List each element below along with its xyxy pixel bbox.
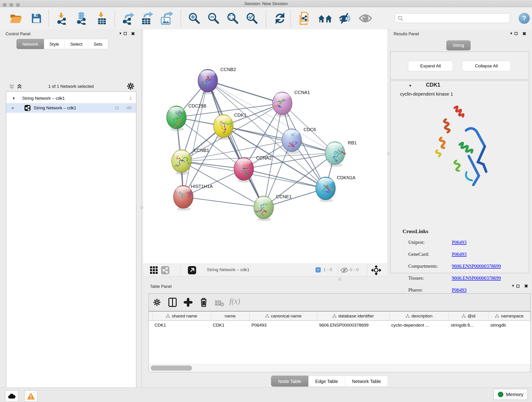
show-columns-icon[interactable] (168, 298, 177, 307)
zoom-selected-icon[interactable] (246, 12, 259, 26)
protein-collapse-triangle-icon[interactable]: ▼ (409, 84, 412, 88)
first-neighbors-icon[interactable] (318, 14, 332, 24)
export-image-icon[interactable] (159, 12, 174, 26)
column-header-namespace[interactable]: namespace (488, 312, 530, 320)
network-edge-CCNB2-CCNE1[interactable] (208, 81, 264, 207)
memory-button[interactable]: Memory (493, 389, 528, 400)
network-node-CCNE1[interactable] (254, 196, 273, 221)
collection-expand-triangle-icon[interactable]: ▼ (12, 94, 15, 103)
network-edge-HIST1H1A-CCNE1[interactable] (183, 197, 264, 207)
import-table-from-file-icon[interactable] (96, 12, 108, 26)
column-header-database-identifier[interactable]: database identifier (317, 312, 389, 320)
results-panel-float-icon[interactable] (515, 32, 518, 35)
network-node-RB1[interactable] (325, 142, 346, 167)
column-header-description[interactable]: description (389, 312, 449, 320)
open-session-icon[interactable] (10, 13, 22, 25)
table-scrollbar-thumb[interactable] (151, 366, 192, 370)
crosslink-genecard-link[interactable]: P06493 (452, 251, 467, 257)
crosslink-compartments-link[interactable]: 9606.ENSP00000378699 (452, 263, 501, 269)
results-panel-menu-icon[interactable]: ▼ (510, 32, 513, 35)
warning-status-button[interactable] (24, 390, 38, 402)
table-cell[interactable]: CDK1 (211, 321, 250, 330)
show-all-icon[interactable] (359, 13, 372, 24)
apply-preferred-layout-icon[interactable] (274, 12, 286, 25)
table-panel-menu-icon[interactable]: ▼ (511, 284, 515, 288)
table-options-gear-icon[interactable] (153, 298, 161, 306)
network-node-CCNA2[interactable] (234, 157, 254, 183)
control-panel-float-icon[interactable] (124, 32, 127, 35)
duplicate-network-icon[interactable] (298, 12, 311, 26)
bottom-splitter-handle[interactable] (338, 278, 341, 281)
export-table-icon[interactable] (140, 12, 154, 26)
table-panel-close-icon[interactable]: ✖ (524, 283, 528, 289)
expand-all-networks-icon[interactable] (17, 84, 22, 89)
control-panel-close-icon[interactable]: ✖ (131, 31, 135, 36)
table-cell[interactable]: P06493 (249, 321, 317, 330)
crosslink-uniprot-link[interactable]: P06493 (452, 240, 467, 245)
network-collection-row[interactable]: ▼ String Network – cdk1 1 (6, 94, 136, 103)
network-node-CCNB2[interactable] (198, 69, 218, 95)
network-canvas[interactable]: CCNB2CCNA1CDC25BCDK1CDC6RB1CCNB1CCNA2CDK… (143, 29, 387, 264)
crosslink-tissues-link[interactable]: 9606.ENSP00000378699 (452, 275, 501, 281)
tab-string[interactable]: String (446, 40, 471, 51)
create-column-icon[interactable] (184, 298, 193, 307)
expand-all-button[interactable]: Expand All (408, 61, 453, 71)
tab-edge-table[interactable]: Edge Table (308, 376, 345, 387)
table-cell[interactable]: CDK1 (152, 321, 211, 330)
collection-network-count: 1 (129, 94, 132, 103)
zoom-in-icon[interactable] (188, 12, 201, 26)
help-icon[interactable]: ? (519, 13, 530, 24)
tab-network[interactable]: Network (17, 39, 44, 49)
left-splitter-handle[interactable] (140, 206, 143, 209)
import-network-from-database-icon[interactable] (75, 12, 89, 26)
network-node-CCNA1[interactable] (272, 92, 292, 117)
function-builder-icon[interactable]: f(x) (229, 297, 240, 306)
tab-style[interactable]: Style (44, 39, 65, 49)
table-cell[interactable]: stringdb (488, 321, 530, 330)
delete-table-icon[interactable] (215, 300, 224, 306)
zoom-fit-content-icon[interactable] (226, 12, 239, 26)
collapse-all-networks-icon[interactable] (9, 84, 15, 89)
results-panel-close-icon[interactable]: ✖ (522, 31, 526, 36)
collapse-all-button[interactable]: Collapse All (462, 61, 511, 71)
control-panel-menu-icon[interactable]: ▼ (119, 32, 122, 35)
network-node-CCNB1[interactable] (172, 150, 191, 175)
grid-view-icon[interactable] (150, 266, 158, 274)
hide-selected-icon[interactable] (339, 12, 352, 25)
export-network-icon[interactable] (121, 12, 135, 26)
zoom-out-icon[interactable] (207, 12, 220, 26)
table-horizontal-scrollbar[interactable] (149, 364, 530, 372)
table-row[interactable]: CDK1CDK1P064939606.ENSP00000378699cyclin… (149, 321, 530, 330)
selected-count-checkbox-icon[interactable]: ✓ (316, 267, 321, 273)
column-header-shared-name[interactable]: shared name (152, 312, 211, 320)
network-node-CDKN1A[interactable] (316, 177, 336, 202)
tab-network-table[interactable]: Network Table (345, 376, 388, 387)
network-edge-CDK1-RB1[interactable] (223, 126, 335, 153)
column-header-canonical-name[interactable]: canonical name (249, 312, 317, 320)
tab-select[interactable]: Select (65, 39, 88, 49)
crosslink-pharos-link[interactable]: P06493 (452, 287, 467, 293)
cloud-status-button[interactable] (5, 390, 18, 402)
tab-sets[interactable]: Sets (88, 39, 108, 49)
network-row-selected[interactable]: ● String Network – cdk1 11 48 (6, 103, 136, 113)
open-in-new-window-icon[interactable] (188, 266, 196, 274)
table-cell[interactable]: 9606.ENSP00000378699 (317, 321, 389, 330)
network-node-HIST1H1A[interactable] (173, 185, 193, 211)
table-cell[interactable]: stringdb:9... (449, 321, 488, 330)
fit-selected-crosshair-icon[interactable] (371, 265, 381, 275)
network-options-gear-icon[interactable] (127, 82, 135, 90)
table-cell[interactable]: cyclin-dependent ... (389, 321, 449, 330)
delete-column-trash-icon[interactable] (200, 297, 208, 307)
column-header--id[interactable]: @id (449, 312, 488, 320)
table-panel-float-icon[interactable] (516, 285, 519, 288)
network-view-icon[interactable] (161, 266, 169, 274)
search-input[interactable] (405, 14, 507, 22)
network-node-CDC25B[interactable] (167, 106, 186, 131)
network-edge-CCNB2-CCNA1[interactable] (208, 81, 282, 103)
tab-node-table[interactable]: Node Table (271, 376, 308, 387)
column-tree-icon (495, 314, 499, 318)
network-edge-CCNA2-CDKN1A[interactable] (244, 169, 326, 188)
column-header-name[interactable]: name (211, 312, 250, 320)
save-session-icon[interactable] (31, 13, 42, 25)
import-network-from-file-icon[interactable] (56, 12, 68, 26)
